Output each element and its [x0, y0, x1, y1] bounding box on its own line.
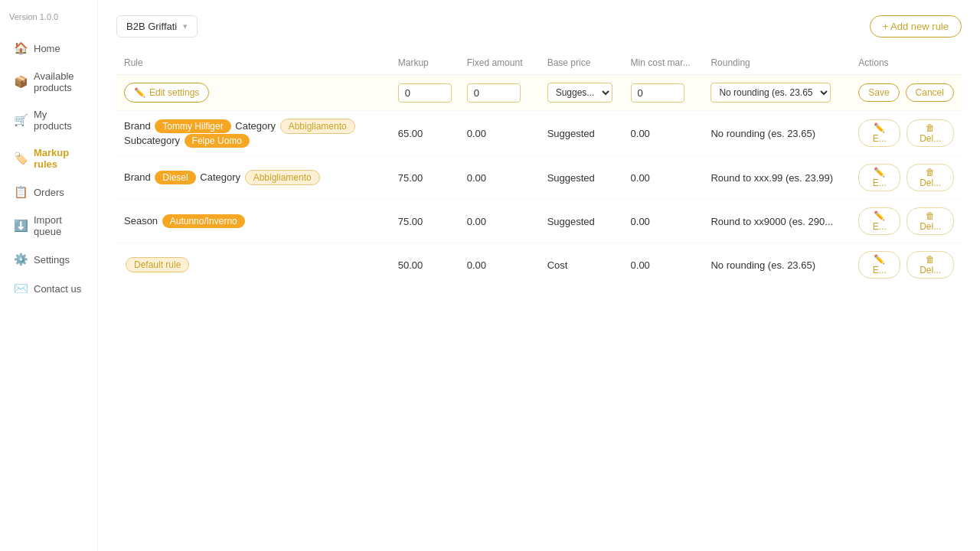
markup-rules-icon: 🏷️ — [14, 152, 28, 165]
season-tag-3: Autunno/Inverno — [162, 214, 245, 228]
edit-fixed-cell — [459, 75, 540, 111]
default-rule-tag: Default rule — [126, 257, 189, 272]
actions-cell-2: ✏️ E... 🗑 Del... — [851, 156, 962, 200]
delete-button-2[interactable]: 🗑 Del... — [906, 164, 954, 191]
delete-button-3[interactable]: 🗑 Del... — [906, 207, 954, 235]
min-cost-cell-4: 0.00 — [623, 243, 704, 287]
edit-min-cost-cell — [623, 75, 704, 111]
delete-button-4[interactable]: 🗑 Del... — [906, 251, 954, 279]
rule-text-3: Season — [124, 215, 161, 227]
sidebar-item-import-queue[interactable]: ⬇️ Import queue — [5, 207, 93, 244]
sidebar-item-label: Contact us — [34, 283, 81, 295]
add-new-rule-button[interactable]: + Add new rule — [870, 15, 962, 37]
sidebar-item-label: My products — [34, 109, 83, 132]
category-tag-1: Abbigliamento — [280, 119, 355, 134]
rule-cell-3: Season Autunno/Inverno — [116, 200, 390, 243]
category-label-2: Category — [200, 171, 243, 183]
contact-us-icon: ✉️ — [14, 282, 28, 295]
table-row: Brand Diesel Category Abbigliamento 75.0… — [116, 156, 962, 200]
col-header-rounding: Rounding — [703, 51, 851, 75]
rule-text-1: Brand — [124, 120, 153, 132]
table-row: Default rule 50.00 0.00 Cost 0.00 No rou… — [116, 243, 962, 287]
fixed-cell-4: 0.00 — [459, 243, 540, 287]
col-header-base-price: Base price — [540, 51, 623, 75]
table-row: Brand Tommy Hilfiger Category Abbigliame… — [116, 111, 962, 156]
rounding-cell-3: Round to xx9000 (es. 290... — [703, 200, 851, 243]
sidebar-item-markup-rules[interactable]: 🏷️ Markup rules — [5, 140, 93, 177]
markup-cell-1: 65.00 — [390, 111, 459, 156]
sidebar-item-home[interactable]: 🏠 Home — [5, 34, 93, 62]
edit-button-1[interactable]: ✏️ E... — [858, 119, 900, 147]
sidebar: Version 1.0.0 🏠 Home 📦 Available product… — [0, 0, 98, 551]
brand-tag-1: Tommy Hilfiger — [155, 119, 230, 133]
edit-markup-input[interactable] — [398, 83, 452, 103]
edit-button-4[interactable]: ✏️ E... — [858, 251, 900, 279]
markup-cell-3: 75.00 — [390, 200, 459, 243]
rule-cell-2: Brand Diesel Category Abbigliamento — [116, 156, 390, 200]
main-content: B2B Griffati ▾ + Add new rule Rule Marku… — [98, 0, 980, 551]
sidebar-item-label: Markup rules — [34, 147, 83, 170]
edit-actions-cell: Save Cancel — [851, 75, 962, 111]
col-header-fixed: Fixed amount — [459, 51, 540, 75]
edit-fixed-input[interactable] — [467, 83, 521, 103]
col-header-actions: Actions — [851, 51, 962, 75]
chevron-down-icon: ▾ — [183, 21, 188, 31]
rule-text-2: Brand — [124, 171, 153, 183]
brand-tag-2: Diesel — [155, 171, 195, 184]
markup-cell-2: 75.00 — [390, 156, 459, 200]
settings-icon: ⚙️ — [14, 253, 28, 266]
edit-settings-button[interactable]: ✏️ Edit settings — [124, 83, 209, 103]
add-rule-label: + Add new rule — [883, 21, 949, 32]
base-price-cell-1: Suggested — [540, 111, 623, 156]
sidebar-item-available-products[interactable]: 📦 Available products — [5, 64, 93, 100]
store-name: B2B Griffati — [126, 21, 177, 32]
store-selector[interactable]: B2B Griffati ▾ — [116, 15, 198, 37]
sidebar-item-settings[interactable]: ⚙️ Settings — [5, 246, 93, 273]
base-price-cell-3: Suggested — [540, 200, 623, 243]
header-row: B2B Griffati ▾ + Add new rule — [116, 15, 962, 37]
subcategory-label-1: Subcategory — [124, 135, 183, 146]
import-queue-icon: ⬇️ — [14, 219, 28, 233]
fixed-cell-1: 0.00 — [459, 111, 540, 156]
edit-rounding-cell: No rounding (es. 23.65 Round to xxx.99 R… — [703, 75, 851, 111]
edit-base-price-cell: Sugges... Cost — [540, 75, 623, 111]
rounding-cell-4: No rounding (es. 23.65) — [703, 243, 851, 287]
edit-settings-row: ✏️ Edit settings Sugges... Cost — [116, 75, 962, 111]
my-products-icon: 🛒 — [14, 113, 28, 127]
edit-button-3[interactable]: ✏️ E... — [858, 207, 900, 235]
sidebar-item-my-products[interactable]: 🛒 My products — [5, 102, 93, 139]
col-header-rule: Rule — [116, 51, 390, 75]
edit-min-cost-input[interactable] — [631, 83, 684, 103]
delete-button-1[interactable]: 🗑 Del... — [906, 119, 954, 147]
min-cost-cell-2: 0.00 — [623, 156, 704, 200]
rounding-cell-1: No rounding (es. 23.65) — [703, 111, 851, 156]
base-price-cell-4: Cost — [540, 243, 623, 287]
sidebar-item-label: Home — [34, 43, 60, 54]
subcategory-tag-1: Felpe Uomo — [185, 134, 250, 148]
edit-button-2[interactable]: ✏️ E... — [858, 164, 900, 191]
table-row: Season Autunno/Inverno 75.00 0.00 Sugges… — [116, 200, 962, 243]
edit-settings-label: Edit settings — [149, 87, 199, 98]
available-products-icon: 📦 — [14, 75, 28, 89]
col-header-markup: Markup — [390, 51, 459, 75]
cancel-button[interactable]: Cancel — [906, 83, 954, 102]
actions-cell-3: ✏️ E... 🗑 Del... — [851, 200, 962, 243]
min-cost-cell-3: 0.00 — [623, 200, 704, 243]
rounding-cell-2: Round to xxx.99 (es. 23.99) — [703, 156, 851, 200]
fixed-cell-2: 0.00 — [459, 156, 540, 200]
sidebar-item-orders[interactable]: 📋 Orders — [5, 178, 93, 206]
version-label: Version 1.0.0 — [0, 12, 97, 34]
sidebar-item-contact-us[interactable]: ✉️ Contact us — [5, 275, 93, 302]
sidebar-item-label: Available products — [34, 70, 83, 93]
home-icon: 🏠 — [14, 41, 28, 55]
base-price-cell-2: Suggested — [540, 156, 623, 200]
edit-markup-cell — [390, 75, 459, 111]
min-cost-cell-1: 0.00 — [623, 111, 704, 156]
edit-base-price-select[interactable]: Sugges... Cost — [547, 83, 612, 103]
save-button[interactable]: Save — [858, 83, 899, 102]
sidebar-item-label: Settings — [34, 254, 70, 266]
edit-settings-cell: ✏️ Edit settings — [116, 75, 390, 111]
category-label-1: Category — [235, 120, 278, 132]
rule-cell-1: Brand Tommy Hilfiger Category Abbigliame… — [116, 111, 390, 156]
edit-rounding-select[interactable]: No rounding (es. 23.65 Round to xxx.99 R… — [710, 83, 831, 103]
